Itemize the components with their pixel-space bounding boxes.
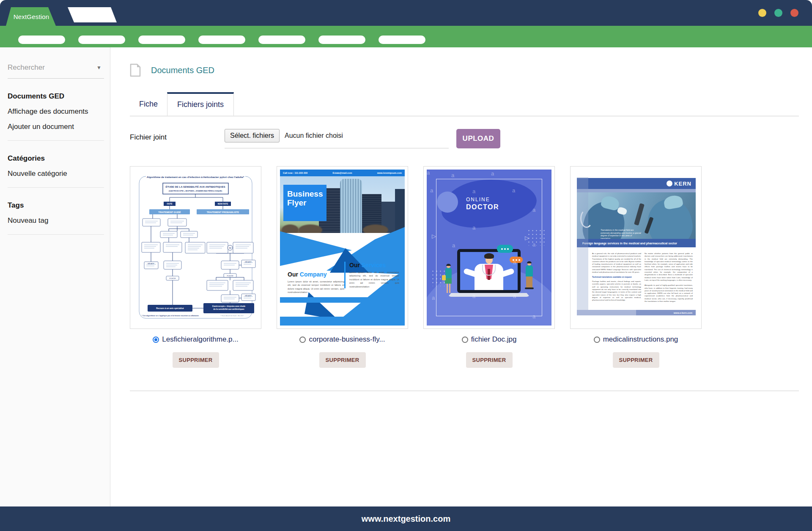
file-name[interactable]: Lesfichieralgorithme.p... <box>162 335 238 344</box>
sidebar-heading-documents: Documents GED <box>8 92 104 101</box>
thumbnail-card: K KERN <box>570 166 702 329</box>
search-input[interactable]: Rechercher ▼ <box>8 63 104 79</box>
nav-pill[interactable] <box>78 36 125 44</box>
flowchart-positif: POSITIF <box>227 275 233 277</box>
nav-pill[interactable] <box>318 36 365 44</box>
nav-bar <box>0 26 812 47</box>
sidebar-divider <box>8 187 104 188</box>
file-card: Call now : 111-222-333 Estate@mail.com w… <box>277 166 408 368</box>
flyer-company-block: Our Company Lorem ipsum dolor sit amet, … <box>288 271 344 294</box>
doctor-thumbnail: ▷ ▷ ONLINE DOCTOR <box>427 170 551 326</box>
delete-button[interactable]: SUPPRIMER <box>319 352 366 368</box>
sidebar: Rechercher ▼ Documents GED Affichage des… <box>0 47 110 506</box>
flowchart-mainbox-l2: (GASTROSCOPIE + BIOPSIES + EXAMEN BACTÉR… <box>169 190 222 192</box>
file-radio[interactable] <box>153 337 159 343</box>
file-radio[interactable] <box>299 337 306 343</box>
main-panel: Documents GED Fiche Fichiers joints Fich… <box>110 47 812 506</box>
file-name[interactable]: fichier Doc.jpg <box>471 335 517 344</box>
delete-button[interactable]: SUPPRIMER <box>173 352 219 368</box>
flowchart-bottom-left: Recours à un avis spécialisé <box>156 307 184 309</box>
kern-photo: Translations in the medical field are ex… <box>577 192 696 239</box>
file-name[interactable]: medicalinstructions.png <box>603 335 678 344</box>
doctor-title: ONLINE DOCTOR <box>466 197 499 211</box>
file-radio[interactable] <box>462 337 468 343</box>
flyer-email: Estate@mail.com <box>333 172 352 174</box>
laptop-illustration <box>457 249 521 293</box>
upload-button[interactable]: UPLOAD <box>456 129 500 148</box>
upload-label: Fichier joint <box>130 129 225 142</box>
file-input[interactable]: Sélect. fichiers Aucun fichier choisi <box>225 129 449 148</box>
sidebar-item-nouveau-tag[interactable]: Nouveau tag <box>8 216 104 225</box>
no-file-text: Aucun fichier choisi <box>285 132 343 140</box>
flowchart-negatif: NÉGATIF <box>245 261 252 263</box>
window-dot-teal[interactable] <box>774 9 782 17</box>
tab-bar: Fiche Fichiers joints <box>130 92 799 116</box>
search-placeholder: Rechercher <box>8 63 45 72</box>
file-card: Algorithme de traitement en cas d'infect… <box>130 166 261 368</box>
section-divider <box>130 391 799 391</box>
sidebar-heading-tags: Tags <box>8 201 104 210</box>
patient-illustration <box>444 264 453 293</box>
page-title: Documents GED <box>151 66 214 75</box>
file-radio[interactable] <box>594 337 600 343</box>
flowchart-non-faite: NON FAITE <box>218 203 228 205</box>
footer-url: www.nextgestion.com <box>362 514 450 524</box>
chevron-down-icon[interactable]: ▼ <box>96 65 102 71</box>
window-dot-yellow[interactable] <box>758 9 766 17</box>
kern-thumbnail: K KERN <box>573 170 698 326</box>
kern-headline-band: Foreign language services in the medical… <box>577 239 696 247</box>
flyer-web: www.loremipsum.com <box>377 172 402 174</box>
flowchart-footnote: * Cet algorithme ne s'applique pas à la … <box>142 315 199 317</box>
app-window: NextGestion Rechercher ▼ Documents GED A… <box>0 0 812 531</box>
flowchart-negatif: NÉGATIF <box>148 263 154 265</box>
thumbnail-card: ▷ ▷ ONLINE DOCTOR <box>423 166 555 329</box>
flyer-phone: Call now : 111-222-333 <box>283 172 307 174</box>
sidebar-item-ajouter[interactable]: Ajouter un document <box>8 123 104 131</box>
flowchart-title: Algorithme de traitement en cas d'infect… <box>147 175 244 178</box>
window-controls <box>758 9 798 17</box>
nav-pill[interactable] <box>379 36 425 44</box>
flowchart-thumbnail: Algorithme de traitement en cas d'infect… <box>133 170 258 326</box>
sidebar-divider <box>8 140 104 141</box>
tab-fichiers-joints[interactable]: Fichiers joints <box>167 92 234 116</box>
sidebar-item-nouvelle-categorie[interactable]: Nouvelle catégorie <box>8 170 104 178</box>
flowchart-ou: OU <box>229 247 231 249</box>
file-name[interactable]: corporate-business-fly... <box>309 335 385 344</box>
kern-footer: www.e-kern.com <box>636 310 696 315</box>
kern-logo-icon: K <box>667 181 672 186</box>
triangle-decoration: ▷ <box>432 233 436 239</box>
tab-fiche[interactable]: Fiche <box>130 92 167 116</box>
nav-pill[interactable] <box>198 36 245 44</box>
window-dot-red[interactable] <box>790 9 798 17</box>
flowchart-traitement-probabiliste: TRAITEMENT PROBABILISTE <box>207 211 239 213</box>
title-bar: NextGestion <box>0 0 812 26</box>
nav-pill[interactable] <box>138 36 185 44</box>
flowchart-traitement-guide: TRAITEMENT GUIDÉ <box>158 211 181 213</box>
attachments-grid: Algorithme de traitement en cas d'infect… <box>130 166 799 368</box>
kern-header: K KERN <box>577 178 696 189</box>
content-area: Rechercher ▼ Documents GED Affichage des… <box>0 47 812 506</box>
nav-pill[interactable] <box>258 36 305 44</box>
flowchart-bottom-right-1: Gastroscopie + biopsies avec étude <box>212 305 246 307</box>
page-header: Documents GED <box>130 63 799 77</box>
file-card: ▷ ▷ ONLINE DOCTOR <box>423 166 555 368</box>
thumbnail-card: Algorithme de traitement en cas d'infect… <box>130 166 261 329</box>
flowchart-mainbox-l1: ÉTUDE DE LA SENSIBILITÉ AUX ANTIBIOTIQUE… <box>165 185 225 188</box>
chat-bubble-icon <box>497 245 513 253</box>
thumbnail-card: Call now : 111-222-333 Estate@mail.com w… <box>277 166 408 329</box>
brand-name: NextGestion <box>14 13 49 20</box>
file-card: K KERN <box>570 166 702 368</box>
delete-button[interactable]: SUPPRIMER <box>466 352 513 368</box>
nav-pill[interactable] <box>18 36 65 44</box>
chat-bubble-icon <box>510 257 523 263</box>
sidebar-item-affichage[interactable]: Affichage des documents <box>8 107 104 116</box>
delete-button[interactable]: SUPPRIMER <box>613 352 659 368</box>
flowchart-positif: POSITIF <box>169 277 176 279</box>
select-files-button[interactable]: Sélect. fichiers <box>225 129 280 142</box>
kern-column-1: As a general rule, the sale of pharmaceu… <box>592 252 641 301</box>
kern-caption: Translations in the medical field are ex… <box>601 229 641 239</box>
brand-logo[interactable]: NextGestion <box>6 7 60 26</box>
flyer-title: Business Flyer <box>283 185 326 221</box>
flowchart-negatif: NÉGATIF <box>245 295 252 297</box>
footer: www.nextgestion.com <box>0 506 812 531</box>
